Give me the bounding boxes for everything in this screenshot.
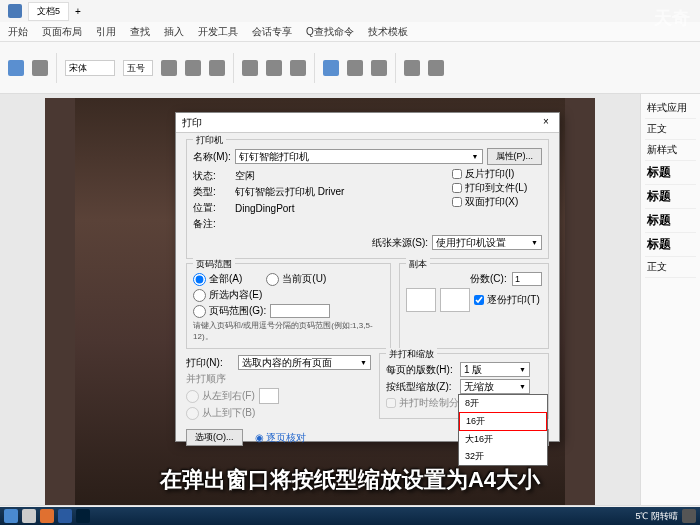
copies-input[interactable] xyxy=(512,272,542,286)
close-icon[interactable]: × xyxy=(539,116,553,130)
pagesper-select[interactable]: 1 版▼ xyxy=(460,362,530,377)
menu-layout[interactable]: 页面布局 xyxy=(42,25,82,39)
properties-button[interactable]: 属性(P)... xyxy=(487,148,543,165)
align-left-icon[interactable] xyxy=(242,60,258,76)
style-heading[interactable]: 标题 xyxy=(645,209,696,233)
options-button[interactable]: 选项(O)... xyxy=(186,429,243,446)
dropdown-option[interactable]: 8开 xyxy=(459,395,547,412)
menu-chat[interactable]: 会话专享 xyxy=(252,25,292,39)
taskbar: 5℃ 阴转晴 xyxy=(0,507,700,525)
italic-icon[interactable] xyxy=(185,60,201,76)
pages-label: 页码范围(G): xyxy=(209,304,266,318)
status-label: 状态: xyxy=(193,169,231,183)
replace-icon[interactable] xyxy=(371,60,387,76)
menu-dev[interactable]: 开发工具 xyxy=(198,25,238,39)
selection-label: 所选内容(E) xyxy=(209,288,262,302)
order-radio xyxy=(186,390,199,403)
video-caption: 在弹出窗口将按纸型缩放设置为A4大小 xyxy=(160,465,540,495)
print-dialog: 打印 × 打印机 名称(M): 钉钉智能打印机▼ 属性(P)... 状态:空闲 … xyxy=(175,112,560,442)
symbol-icon[interactable] xyxy=(404,60,420,76)
tray-icon[interactable] xyxy=(682,509,696,523)
order-radio xyxy=(186,407,199,420)
pages-input[interactable] xyxy=(270,304,330,318)
selection-radio[interactable] xyxy=(193,289,206,302)
scaleto-select[interactable]: 无缩放▼ xyxy=(460,379,530,394)
bold-icon[interactable] xyxy=(161,60,177,76)
papersrc-select[interactable]: 使用打印机设置▼ xyxy=(432,235,542,250)
dialog-titlebar: 打印 × xyxy=(176,113,559,133)
dropdown-option-highlighted[interactable]: 16开 xyxy=(459,412,547,431)
object-icon[interactable] xyxy=(428,60,444,76)
find-icon[interactable] xyxy=(347,60,363,76)
fontsize-select[interactable]: 五号 xyxy=(123,60,153,76)
printer-name-select[interactable]: 钉钉智能打印机▼ xyxy=(235,149,483,164)
duplex-link[interactable]: ◉ 逐页核对 xyxy=(255,431,307,445)
collate-label: 逐份打印(T) xyxy=(487,293,540,307)
printwhat-label: 打印(N): xyxy=(186,356,234,370)
ps-icon[interactable] xyxy=(76,509,90,523)
align-center-icon[interactable] xyxy=(266,60,282,76)
style-item[interactable]: 正文 xyxy=(645,119,696,140)
menu-start[interactable]: 开始 xyxy=(8,25,28,39)
pagesper-label: 每页的版数(H): xyxy=(386,363,456,377)
style-heading[interactable]: 标题 xyxy=(645,233,696,257)
cut-icon[interactable] xyxy=(32,60,48,76)
where-value: DingDingPort xyxy=(235,203,444,214)
order-preview-icon xyxy=(259,388,279,404)
app-icon[interactable] xyxy=(40,509,54,523)
sidebar-header: 样式应用 xyxy=(645,98,696,119)
menu-search[interactable]: Q查找命令 xyxy=(306,25,354,39)
collate-icon xyxy=(440,288,470,312)
menu-find[interactable]: 查找 xyxy=(130,25,150,39)
ribbon: 宋体 五号 xyxy=(0,42,700,94)
scaleto-dropdown[interactable]: 8开 16开 大16开 32开 xyxy=(458,394,548,466)
start-icon[interactable] xyxy=(4,509,18,523)
tofile-label: 打印到文件(L) xyxy=(465,181,527,195)
style-heading[interactable]: 标题 xyxy=(645,161,696,185)
scaleto-label: 按纸型缩放(Z): xyxy=(386,380,456,394)
dialog-title: 打印 xyxy=(182,116,202,130)
all-radio[interactable] xyxy=(193,273,206,286)
collate-icon xyxy=(406,288,436,312)
dropdown-option[interactable]: 32开 xyxy=(459,448,547,465)
comment-label: 备注: xyxy=(193,217,231,231)
menu-insert[interactable]: 插入 xyxy=(164,25,184,39)
search-icon[interactable] xyxy=(22,509,36,523)
reverse-label: 反片打印(I) xyxy=(465,167,514,181)
style-item[interactable]: 新样式 xyxy=(645,140,696,161)
tofile-checkbox[interactable] xyxy=(452,183,462,193)
app-icon[interactable] xyxy=(58,509,72,523)
printwhat-select[interactable]: 选取内容的所有页面▼ xyxy=(238,355,371,370)
reverse-checkbox[interactable] xyxy=(452,169,462,179)
document-tab[interactable]: 文档5 xyxy=(28,2,69,21)
parallel-checkbox xyxy=(386,398,396,408)
printer-group-title: 打印机 xyxy=(193,134,226,147)
menu-template[interactable]: 技术模板 xyxy=(368,25,408,39)
app-logo-icon xyxy=(8,4,22,18)
current-label: 当前页(U) xyxy=(282,272,326,286)
weather[interactable]: 5℃ 阴转晴 xyxy=(635,510,678,523)
paste-icon[interactable] xyxy=(8,60,24,76)
font-select[interactable]: 宋体 xyxy=(65,60,115,76)
type-label: 类型: xyxy=(193,185,231,199)
underline-icon[interactable] xyxy=(209,60,225,76)
type-value: 钉钉智能云打印机 Driver xyxy=(235,185,444,199)
new-tab-button[interactable]: + xyxy=(75,6,81,17)
duplex-label: 双面打印(X) xyxy=(465,195,518,209)
copies-group: 副本 份数(C): 逐份打印(T) xyxy=(399,263,549,349)
dropdown-option[interactable]: 大16开 xyxy=(459,431,547,448)
watermark: 天奇 xyxy=(654,6,690,30)
menu-ref[interactable]: 引用 xyxy=(96,25,116,39)
styles-sidebar: 样式应用 正文 新样式 标题 标题 标题 标题 正文 xyxy=(640,94,700,505)
current-radio[interactable] xyxy=(266,273,279,286)
collate-checkbox[interactable] xyxy=(474,295,484,305)
pages-radio[interactable] xyxy=(193,305,206,318)
duplex-checkbox[interactable] xyxy=(452,197,462,207)
list-icon[interactable] xyxy=(290,60,306,76)
style-item[interactable]: 正文 xyxy=(645,257,696,278)
range-group-title: 页码范围 xyxy=(193,258,235,271)
style-icon[interactable] xyxy=(323,60,339,76)
printer-group: 打印机 名称(M): 钉钉智能打印机▼ 属性(P)... 状态:空闲 类型:钉钉… xyxy=(186,139,549,259)
where-label: 位置: xyxy=(193,201,231,215)
style-heading[interactable]: 标题 xyxy=(645,185,696,209)
